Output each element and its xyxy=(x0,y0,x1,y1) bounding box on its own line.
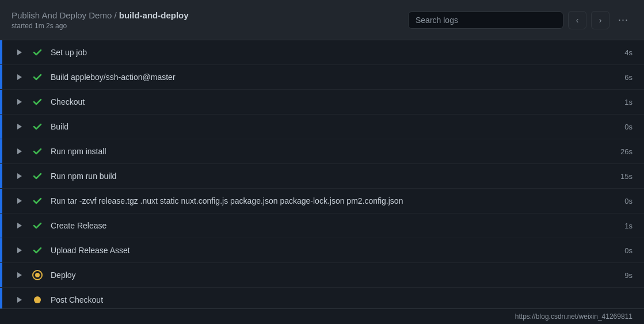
job-name: Upload Release Asset xyxy=(51,246,624,255)
job-name: Checkout xyxy=(51,97,624,106)
status-icon xyxy=(31,195,44,207)
expand-icon xyxy=(17,173,22,179)
expand-icon xyxy=(17,247,22,253)
job-duration: 9s xyxy=(624,271,632,280)
expand-button[interactable] xyxy=(14,47,25,58)
nav-prev-button[interactable]: ‹ xyxy=(568,11,586,29)
job-item[interactable]: Set up job4s xyxy=(0,40,644,65)
job-name: Run npm run build xyxy=(51,171,620,181)
job-item[interactable]: Build appleboy/ssh-action@master6s xyxy=(0,65,644,90)
nav-next-button[interactable]: › xyxy=(591,11,609,29)
expand-button[interactable] xyxy=(14,170,25,182)
expand-icon xyxy=(17,99,22,105)
expand-icon xyxy=(17,124,22,129)
expand-button[interactable] xyxy=(14,146,25,157)
job-item[interactable]: Create Release1s xyxy=(0,214,644,238)
job-duration: 0s xyxy=(624,246,632,255)
job-item[interactable]: Build0s xyxy=(0,115,644,139)
job-list: Set up job4sBuild appleboy/ssh-action@ma… xyxy=(0,40,644,308)
breadcrumb-bold: build-and-deploy xyxy=(119,10,189,20)
expand-icon xyxy=(17,74,22,80)
dot-icon xyxy=(34,296,41,303)
expand-button[interactable] xyxy=(14,71,25,83)
job-item[interactable]: Checkout1s xyxy=(0,90,644,115)
job-name: Build appleboy/ssh-action@master xyxy=(51,73,624,82)
job-item[interactable]: Upload Release Asset0s xyxy=(0,238,644,263)
check-icon xyxy=(33,171,42,181)
status-icon xyxy=(31,96,44,108)
expand-button[interactable] xyxy=(14,96,25,108)
check-icon xyxy=(33,196,42,205)
job-item[interactable]: Run npm install26s xyxy=(0,139,644,164)
spinner-icon xyxy=(32,270,43,280)
job-name: Create Release xyxy=(51,221,624,230)
expand-icon xyxy=(17,148,22,154)
status-icon xyxy=(31,145,44,158)
check-icon xyxy=(33,147,42,156)
job-item[interactable]: Run tar -zcvf release.tgz .nuxt static n… xyxy=(0,189,644,214)
url-text: https://blog.csdn.net/weixin_41269811 xyxy=(515,312,632,321)
status-icon xyxy=(31,71,44,83)
status-icon xyxy=(31,219,44,232)
more-options-button[interactable]: ··· xyxy=(614,11,632,29)
job-name: Deploy xyxy=(51,270,624,280)
job-item[interactable]: Post Checkout xyxy=(0,288,644,308)
expand-icon xyxy=(17,297,22,303)
header-subtitle: started 1m 2s ago xyxy=(12,22,189,30)
job-duration: 15s xyxy=(620,172,632,181)
job-duration: 1s xyxy=(624,98,632,106)
job-duration: 26s xyxy=(620,147,632,156)
job-item[interactable]: Run npm run build15s xyxy=(0,164,644,189)
check-icon xyxy=(33,97,42,106)
check-icon xyxy=(33,122,42,131)
breadcrumb-normal: Publish And Deploy Demo / xyxy=(12,10,119,20)
status-icon xyxy=(31,170,44,182)
expand-button[interactable] xyxy=(14,245,25,256)
expand-icon xyxy=(17,49,22,55)
header-title: Publish And Deploy Demo / build-and-depl… xyxy=(12,10,189,20)
check-icon xyxy=(33,48,42,57)
check-icon xyxy=(33,73,42,82)
expand-button[interactable] xyxy=(14,220,25,231)
status-icon xyxy=(31,120,44,133)
check-icon xyxy=(33,221,42,230)
main-container: Publish And Deploy Demo / build-and-depl… xyxy=(0,0,644,324)
status-icon xyxy=(31,244,44,257)
job-duration: 0s xyxy=(624,123,632,131)
status-icon xyxy=(31,46,44,59)
job-item[interactable]: Deploy9s xyxy=(0,263,644,288)
expand-icon xyxy=(17,198,22,204)
header: Publish And Deploy Demo / build-and-depl… xyxy=(0,0,644,40)
header-left: Publish And Deploy Demo / build-and-depl… xyxy=(12,10,189,30)
expand-button[interactable] xyxy=(14,121,25,132)
check-icon xyxy=(33,246,42,255)
job-name: Post Checkout xyxy=(51,295,632,304)
search-input[interactable] xyxy=(408,12,563,29)
header-right: ‹ › ··· xyxy=(408,11,632,29)
status-icon xyxy=(31,293,44,306)
url-bar: https://blog.csdn.net/weixin_41269811 xyxy=(0,308,644,324)
expand-button[interactable] xyxy=(14,269,25,281)
job-name: Run tar -zcvf release.tgz .nuxt static n… xyxy=(51,196,624,205)
job-duration: 1s xyxy=(624,222,632,230)
job-name: Build xyxy=(51,122,624,131)
expand-button[interactable] xyxy=(14,294,25,306)
job-duration: 6s xyxy=(624,73,632,82)
spinner-inner xyxy=(35,273,40,277)
job-duration: 4s xyxy=(624,48,632,57)
status-icon xyxy=(31,269,44,281)
job-duration: 0s xyxy=(624,197,632,205)
job-name: Run npm install xyxy=(51,147,620,156)
job-name: Set up job xyxy=(51,48,624,57)
expand-icon xyxy=(17,272,22,278)
expand-button[interactable] xyxy=(14,195,25,207)
expand-icon xyxy=(17,223,22,228)
